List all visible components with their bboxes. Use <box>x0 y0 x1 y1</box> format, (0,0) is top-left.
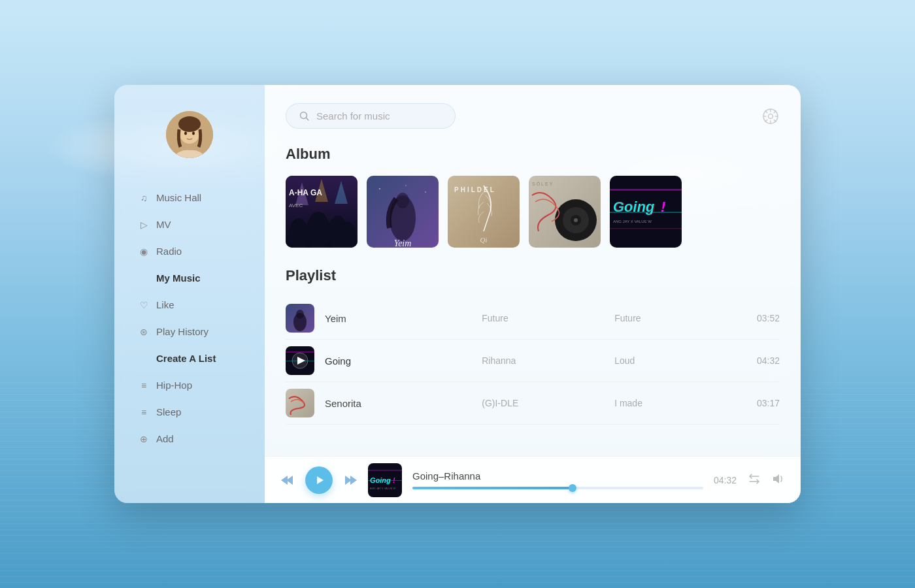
sidebar-item-play-history[interactable]: ⊛ Play History <box>127 318 252 345</box>
track-thumb-yeim <box>286 304 314 333</box>
album-card-phildel[interactable]: PHILDEL Qi <box>448 176 520 248</box>
now-playing-thumb: Going ! ANG JAY X VALUE W <box>368 463 402 497</box>
track-artist: (G)I-DLE <box>482 398 604 408</box>
svg-point-8 <box>769 114 773 118</box>
play-button[interactable] <box>305 466 333 494</box>
svg-text:ANG JAY X VALUE W: ANG JAY X VALUE W <box>613 220 652 223</box>
track-artist: Future <box>482 313 604 323</box>
sidebar-item-label: Music Hall <box>156 192 201 203</box>
sidebar-item-sleep[interactable]: ≡ Sleep <box>127 399 252 425</box>
search-placeholder: Search for music <box>316 110 390 122</box>
svg-text:SÖLEY: SÖLEY <box>532 182 554 186</box>
volume-button[interactable] <box>771 472 785 489</box>
sidebar-item-radio[interactable]: ◉ Radio <box>127 238 252 265</box>
player-controls <box>280 466 358 494</box>
sidebar-item-label: Like <box>156 299 175 310</box>
duration-label: 04:32 <box>714 475 737 485</box>
fast-forward-button[interactable] <box>342 472 358 488</box>
add-icon: ⊕ <box>138 434 150 444</box>
svg-text:Yeim: Yeim <box>394 238 412 248</box>
svg-rect-45 <box>610 189 682 191</box>
svg-line-15 <box>774 110 776 112</box>
svg-point-3 <box>178 116 201 132</box>
album-card-yeim[interactable]: Yeim <box>367 176 439 248</box>
header: Search for music <box>265 85 801 139</box>
search-bar[interactable]: Search for music <box>286 103 456 129</box>
svg-point-30 <box>405 185 407 186</box>
track-thumb-senorita <box>286 389 314 417</box>
svg-text:AVEC: AVEC <box>289 203 303 208</box>
sidebar-item-label: My Music <box>156 272 201 284</box>
svg-text:!: ! <box>393 476 395 484</box>
sidebar-item-label: MV <box>156 219 171 230</box>
album-card-aha[interactable]: A-HA GA AVEC <box>286 176 358 248</box>
svg-point-42 <box>574 218 578 222</box>
track-duration: 03:52 <box>747 313 780 323</box>
playlist-row[interactable]: Going Rihanna Loud 04:32 <box>286 340 780 382</box>
track-thumb-going <box>286 346 314 375</box>
svg-text:Qi: Qi <box>480 236 488 244</box>
sidebar-item-label: Sleep <box>156 406 181 417</box>
player-bar: Going ! ANG JAY X VALUE W Going–Rihanna … <box>265 456 801 503</box>
settings-icon[interactable] <box>761 107 780 125</box>
sidebar-item-my-music[interactable]: My Music <box>127 265 252 291</box>
like-icon: ♡ <box>138 300 150 310</box>
content-scroll: Album <box>265 139 801 456</box>
sidebar-item-label: Radio <box>156 246 182 257</box>
svg-point-54 <box>296 310 304 319</box>
sidebar-item-like[interactable]: ♡ Like <box>127 291 252 318</box>
svg-point-33 <box>396 193 409 208</box>
album-title: Album <box>286 146 780 163</box>
player-extra <box>747 472 785 489</box>
sidebar-item-hip-hop[interactable]: ≡ Hip-Hop <box>127 372 252 399</box>
sidebar-item-label: Hip-Hop <box>156 380 192 391</box>
svg-point-4 <box>184 132 187 135</box>
album-card-soley[interactable]: SÖLEY <box>529 176 601 248</box>
sidebar-item-create-a-list[interactable]: Create A List <box>127 345 252 372</box>
history-icon: ⊛ <box>138 327 150 337</box>
track-album: Loud <box>614 355 737 366</box>
sidebar-item-label: Add <box>156 433 174 444</box>
playlist-title: Playlist <box>286 267 780 284</box>
rewind-button[interactable] <box>280 472 296 488</box>
svg-point-5 <box>192 132 195 135</box>
svg-text:A-HA GA: A-HA GA <box>289 188 322 197</box>
sleep-icon: ≡ <box>138 407 150 417</box>
user-avatar[interactable] <box>166 111 213 158</box>
search-icon <box>299 111 310 122</box>
mv-icon: ▷ <box>138 220 150 230</box>
svg-text:Going: Going <box>614 199 656 215</box>
sidebar-item-music-hall[interactable]: ♫ Music Hall <box>127 184 252 211</box>
svg-point-31 <box>425 191 426 193</box>
progress-fill <box>412 487 573 489</box>
track-album: I made <box>614 398 737 408</box>
sidebar-item-label: Create A List <box>156 353 216 364</box>
track-album: Future <box>614 313 737 323</box>
album-section: Album <box>286 146 780 248</box>
svg-point-29 <box>379 188 380 189</box>
track-artist: Rihanna <box>482 355 604 366</box>
sidebar-item-label: Play History <box>156 326 208 337</box>
progress-bar[interactable] <box>412 487 703 489</box>
svg-line-13 <box>765 110 767 112</box>
playlist-section: Playlist <box>286 267 780 425</box>
svg-rect-47 <box>610 228 682 229</box>
album-grid: A-HA GA AVEC <box>286 176 780 248</box>
svg-line-14 <box>774 120 776 122</box>
svg-rect-56 <box>286 351 314 353</box>
sidebar-item-add[interactable]: ⊕ Add <box>127 425 252 452</box>
sidebar: ♫ Music Hall ▷ MV ◉ Radio My Music ♡ Lik… <box>114 85 265 503</box>
now-playing-info: Going–Rihanna <box>412 470 703 489</box>
svg-line-16 <box>765 120 767 122</box>
playlist-row[interactable]: Yeim Future Future 03:52 <box>286 297 780 340</box>
track-duration: 03:17 <box>747 398 780 408</box>
svg-text:ANG JAY X VALUE W: ANG JAY X VALUE W <box>370 487 396 490</box>
repeat-button[interactable] <box>747 472 761 489</box>
album-card-going[interactable]: Going ! Going ANG JAY X VALUE W <box>610 176 682 248</box>
svg-text:!: ! <box>661 199 665 215</box>
svg-rect-63 <box>368 470 402 471</box>
sidebar-item-mv[interactable]: ▷ MV <box>127 211 252 238</box>
track-name: Yeim <box>325 313 471 324</box>
playlist-row[interactable]: Senorita (G)I-DLE I made 03:17 <box>286 382 780 425</box>
svg-marker-61 <box>317 476 324 484</box>
